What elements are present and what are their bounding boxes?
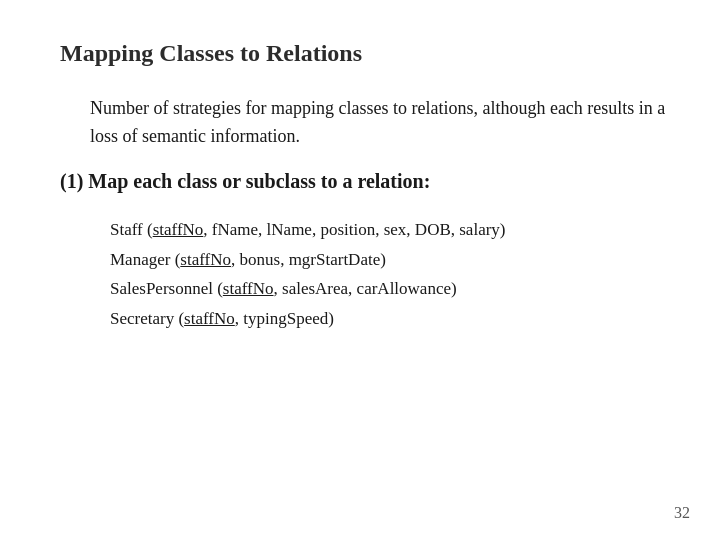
slide-container: Mapping Classes to Relations Number of s… — [0, 0, 720, 540]
example-manager: Manager (staffNo, bonus, mgrStartDate) — [110, 245, 670, 275]
slide-title: Mapping Classes to Relations — [60, 40, 670, 67]
page-number: 32 — [674, 504, 690, 522]
content-area: Number of strategies for mapping classes… — [60, 95, 670, 334]
example-staff: Staff (staffNo, fName, lName, position, … — [110, 215, 670, 245]
example-secretary: Secretary (staffNo, typingSpeed) — [110, 304, 670, 334]
examples-block: Staff (staffNo, fName, lName, position, … — [110, 215, 670, 334]
manager-pk: staffNo — [180, 250, 231, 269]
intro-paragraph: Number of strategies for mapping classes… — [90, 95, 670, 151]
manager-label: Manager (staffNo, bonus, mgrStartDate) — [110, 250, 386, 269]
point-one-heading: (1) Map each class or subclass to a rela… — [60, 167, 670, 195]
example-salesperson: SalesPersonnel (staffNo, salesArea, carA… — [110, 274, 670, 304]
salesperson-label: SalesPersonnel (staffNo, salesArea, carA… — [110, 279, 457, 298]
secretary-pk: staffNo — [184, 309, 235, 328]
secretary-label: Secretary (staffNo, typingSpeed) — [110, 309, 334, 328]
salesperson-pk: staffNo — [223, 279, 274, 298]
staff-label: Staff (staffNo, fName, lName, position, … — [110, 220, 506, 239]
staff-pk: staffNo — [153, 220, 204, 239]
